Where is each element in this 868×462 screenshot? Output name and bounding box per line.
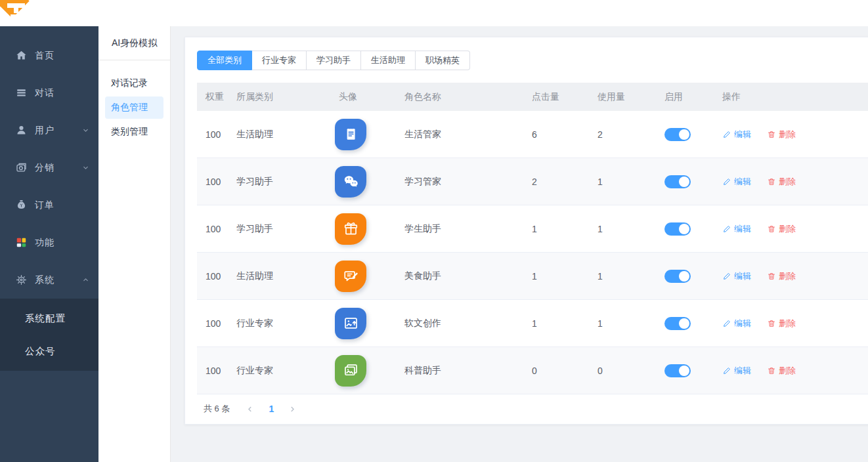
column-header: 使用量 (597, 91, 664, 103)
sidebar-item-order-bag[interactable]: 订单 (0, 186, 98, 224)
sidebar-item-gear[interactable]: 系统 (0, 261, 98, 299)
user-icon (15, 124, 28, 136)
enable-toggle[interactable] (664, 128, 691, 141)
role-name-cell: 学习管家 (404, 176, 532, 188)
column-header: 权重 (197, 91, 236, 103)
column-header: 头像 (339, 91, 404, 103)
current-page-number[interactable]: 1 (269, 404, 274, 414)
sidebar-item-chat-list[interactable]: 对话 (0, 74, 98, 112)
table-row: 100 学习助手 学习管家 2 1 编辑 删除 (197, 158, 868, 205)
enable-toggle[interactable] (664, 222, 691, 236)
edit-button[interactable]: 编辑 (722, 176, 751, 188)
category-cell: 学习助手 (236, 176, 339, 188)
category-tabs: 全部类别行业专家学习助手生活助理职场精英 (197, 51, 868, 70)
sidebar-subitem[interactable]: 公众号 (0, 335, 98, 368)
category-tab[interactable]: 学习助手 (307, 51, 361, 70)
column-header: 所属类别 (236, 91, 339, 103)
role-name-cell: 软文创作 (404, 318, 532, 329)
secondary-sidebar-item[interactable]: 角色管理 (105, 96, 163, 119)
primary-sidebar: 首页 对话 用户 分销 订单 功能 系统 系统配置公众号 (0, 26, 98, 462)
usage-cell: 1 (597, 271, 664, 282)
enable-toggle[interactable] (664, 317, 691, 330)
sidebar-item-label: 分销 (35, 162, 54, 174)
doc-avatar-icon (342, 125, 360, 143)
sidebar-submenu: 系统配置公众号 (0, 299, 98, 371)
enable-toggle[interactable] (664, 270, 691, 283)
sidebar-item-features-grid[interactable]: 功能 (0, 224, 98, 261)
column-header: 操作 (718, 91, 868, 103)
delete-trash-icon (767, 272, 776, 281)
edit-button[interactable]: 编辑 (722, 270, 751, 282)
delete-trash-icon (767, 177, 776, 186)
category-tab[interactable]: 职场精英 (416, 51, 470, 70)
role-avatar (335, 119, 366, 150)
order-bag-icon (15, 199, 28, 211)
usage-cell: 1 (597, 318, 664, 329)
edit-pencil-icon (722, 272, 731, 281)
sidebar-item-label: 系统 (35, 274, 54, 286)
column-header: 点击量 (532, 91, 597, 103)
delete-trash-icon (767, 319, 776, 328)
edit-pencil-icon (722, 319, 731, 328)
category-tab[interactable]: 生活助理 (361, 51, 416, 70)
weight-cell: 100 (197, 271, 236, 282)
category-tab[interactable]: 行业专家 (252, 51, 307, 70)
features-grid-icon (15, 236, 28, 249)
delete-button[interactable]: 删除 (767, 318, 796, 329)
delete-trash-icon (767, 366, 776, 375)
edit-button[interactable]: 编辑 (722, 318, 751, 329)
category-cell: 学习助手 (236, 223, 339, 235)
delete-trash-icon (767, 224, 776, 234)
table-row: 100 生活助理 美食助手 1 1 编辑 删除 (197, 253, 868, 300)
gallery-avatar-icon (342, 362, 360, 379)
secondary-sidebar-title: AI身份模拟 (98, 26, 170, 60)
edit-button[interactable]: 编辑 (722, 223, 751, 235)
sidebar-item-distribution[interactable]: 分销 (0, 149, 98, 186)
weight-cell: 100 (197, 366, 236, 376)
delete-button[interactable]: 删除 (767, 365, 796, 377)
edit-button[interactable]: 编辑 (722, 365, 751, 377)
role-avatar (335, 213, 366, 245)
delete-button[interactable]: 删除 (767, 270, 796, 282)
secondary-sidebar-menu: 对话记录角色管理类别管理 (98, 60, 170, 143)
sidebar-subitem[interactable]: 系统配置 (0, 302, 98, 335)
secondary-sidebar-item[interactable]: 对话记录 (105, 72, 163, 94)
enable-toggle[interactable] (664, 175, 691, 188)
role-name-cell: 学生助手 (404, 223, 532, 235)
usage-cell: 1 (597, 177, 664, 187)
delete-button[interactable]: 删除 (767, 223, 796, 235)
pagination-total: 共 6 条 (204, 403, 230, 415)
secondary-sidebar-item[interactable]: 类别管理 (105, 121, 163, 143)
sidebar-menu: 首页 对话 用户 分销 订单 功能 系统 (0, 26, 98, 299)
sidebar-item-home[interactable]: 首页 (0, 37, 98, 74)
image-upload-avatar-icon (342, 314, 360, 332)
delete-button[interactable]: 删除 (767, 129, 796, 140)
clicks-cell: 1 (532, 271, 597, 282)
table-body: 100 生活助理 生活管家 6 2 编辑 删除 100 学习助手 学习管家 2 … (197, 111, 868, 394)
usage-cell: 1 (597, 224, 664, 234)
prev-page-button[interactable] (246, 405, 254, 413)
role-avatar (335, 261, 366, 292)
role-avatar (335, 166, 366, 198)
column-header: 启用 (664, 91, 718, 103)
edit-button[interactable]: 编辑 (722, 129, 751, 140)
pagination: 共 6 条 1 (197, 403, 868, 415)
clicks-cell: 1 (532, 318, 597, 329)
sidebar-item-label: 订单 (35, 200, 54, 211)
next-page-button[interactable] (288, 405, 297, 413)
table-row: 100 学习助手 学生助手 1 1 编辑 删除 (197, 205, 868, 253)
app-logo (0, 0, 34, 26)
sidebar-item-user[interactable]: 用户 (0, 112, 98, 149)
secondary-sidebar: AI身份模拟 对话记录角色管理类别管理 (98, 26, 171, 462)
delete-button[interactable]: 删除 (767, 176, 796, 188)
category-cell: 行业专家 (236, 365, 339, 377)
edit-pencil-icon (722, 130, 731, 139)
weight-cell: 100 (197, 177, 236, 187)
chevron-down-icon (81, 163, 90, 172)
sidebar-item-label: 对话 (35, 87, 54, 99)
category-tab[interactable]: 全部类别 (197, 51, 252, 70)
top-bar (0, 0, 868, 26)
sidebar-item-label: 功能 (35, 237, 54, 249)
edit-pencil-icon (722, 366, 731, 375)
enable-toggle[interactable] (664, 364, 691, 377)
